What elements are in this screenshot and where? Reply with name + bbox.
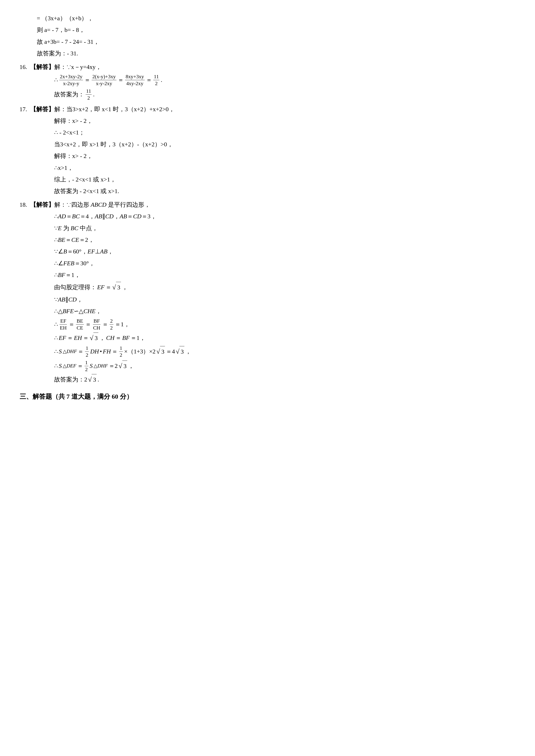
line-a3b: 故 a+3b= - 7 - 24= - 31， bbox=[20, 37, 516, 47]
problem-18-line8: ∵AB∥CD， bbox=[20, 294, 516, 305]
problem-17-header: 17. 【解答】解：当3>x+2，即 x<1 时，3（x+2）+x+2>0， bbox=[20, 104, 516, 115]
problem-18-line2: ∵E 为 BC 中点， bbox=[20, 223, 516, 233]
page-content: = （3x+a）（x+b）， 则 a= - 7，b= - 8， 故 a+3b= … bbox=[20, 13, 516, 402]
line-eq1: = （3x+a）（x+b）， bbox=[20, 13, 516, 24]
problem-17-line6: 综上，- 2<x<1 或 x>1， bbox=[20, 174, 516, 185]
line-ab-values: 则 a= - 7，b= - 8， bbox=[20, 25, 516, 35]
problem-18-line3: ∴BE＝CE＝2， bbox=[20, 234, 516, 245]
problem-17-line4: 解得：x> - 2， bbox=[20, 150, 516, 161]
problem-18-fractions: ∴ EF EH ＝ BE CE ＝ BF CH ＝ 2 2 ＝1， bbox=[20, 318, 516, 331]
problem-17-line5: ∴x>1， bbox=[20, 162, 516, 173]
problem-17-line3: 当3<x+2，即 x>1 时，3（x+2）-（x+2）>0， bbox=[20, 139, 516, 150]
problem-18-header: 18. 【解答】解：∵四边形 ABCD 是平行四边形， bbox=[20, 199, 516, 210]
problem-18-area-dhf: ∴S△DHF＝ 1 2 DH•FH＝ 1 2 ×（1+3）×2 √3 ＝4 √3… bbox=[20, 345, 516, 358]
problem-18-line10: ∴EF＝EH＝ √3 ，CH＝BF＝1， bbox=[20, 332, 516, 344]
problem-17-answer: 故答案为 - 2<x<1 或 x>1. bbox=[20, 186, 516, 197]
problem-18-answer: 故答案为：2 √3 . bbox=[20, 374, 516, 386]
section-3-header: 三、解答题（共 7 道大题，满分 60 分） bbox=[20, 391, 516, 402]
problem-16-answer: 故答案为： 11 2 . bbox=[37, 88, 516, 101]
line-answer-31: 故答案为：- 31. bbox=[20, 48, 516, 59]
problem-18-line7: 由勾股定理得：EF＝ √3 ， bbox=[20, 282, 516, 293]
problem-17-line2: ∴ - 2<x<1； bbox=[20, 127, 516, 138]
problem-18-line5: ∴∠FEB＝30°， bbox=[20, 258, 516, 269]
problem-18-line1: ∴AD＝BC＝4，AB∥CD，AB＝CD＝3， bbox=[20, 211, 516, 222]
problem-16-fraction: ∴ 2x+3xy-2y x-2xy-y ＝ 2(x-y)+3xy x-y-2xy… bbox=[37, 73, 516, 87]
problem-18-line6: ∴BF＝1， bbox=[20, 270, 516, 281]
problem-18-area-def: ∴S△DEF＝ 1 2 S△DHF＝2 √3 ， bbox=[20, 359, 516, 373]
problem-18-line9: ∴△BFE∽△CHE， bbox=[20, 306, 516, 316]
problem-17-line1: 解得：x> - 2， bbox=[20, 116, 516, 126]
problem-18-line4: ∵∠B＝60°，EF⊥AB， bbox=[20, 246, 516, 257]
problem-16-header: 16. 【解答】解：∵x－y=4xy， bbox=[20, 62, 516, 72]
